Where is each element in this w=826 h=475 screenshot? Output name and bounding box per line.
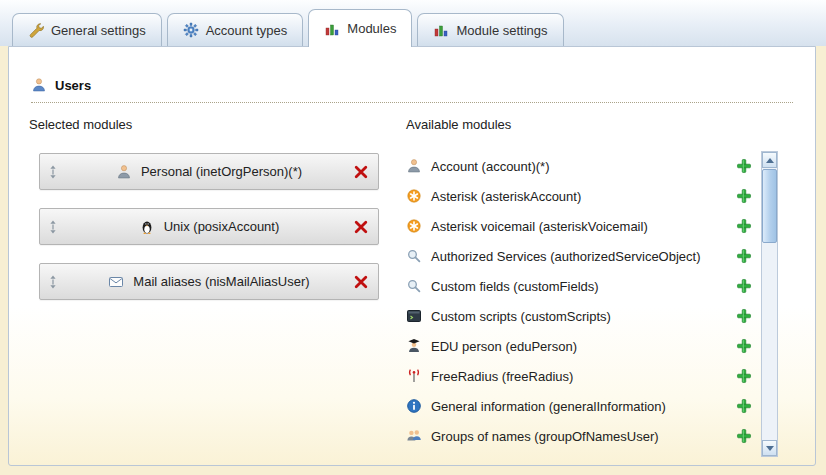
remove-module-button[interactable] <box>353 274 369 290</box>
available-modules-list: Account (account)(*)Asterisk (asteriskAc… <box>406 151 758 451</box>
edu-person-icon <box>406 338 422 354</box>
available-module-row: Authorized Services (authorizedServiceOb… <box>406 241 758 271</box>
modules-icon <box>324 21 340 37</box>
module-label: Mail aliases (nisMailAliasUser) <box>133 274 309 289</box>
selected-modules-heading: Selected modules <box>29 117 132 132</box>
scroll-down-button[interactable] <box>762 440 777 456</box>
available-modules-scrollbar[interactable] <box>761 151 778 457</box>
user-icon <box>31 77 47 93</box>
module-settings-icon <box>433 22 449 38</box>
asterisk-icon <box>406 218 422 234</box>
scroll-up-button[interactable] <box>762 152 777 168</box>
module-label: FreeRadius (freeRadius) <box>431 369 573 384</box>
module-label: Account (account)(*) <box>431 159 550 174</box>
freeradius-icon <box>406 368 422 384</box>
module-label: General information (generalInformation) <box>431 399 666 414</box>
magnifier-icon <box>406 278 422 294</box>
tab-general-settings[interactable]: General settings <box>12 13 162 46</box>
tab-modules[interactable]: Modules <box>308 9 412 47</box>
penguin-icon <box>139 219 155 235</box>
account-icon <box>406 158 422 174</box>
available-module-row: General information (generalInformation) <box>406 391 758 421</box>
tab-label: Module settings <box>456 23 547 38</box>
add-module-button[interactable] <box>736 158 752 174</box>
module-label: Unix (posixAccount) <box>164 219 280 234</box>
module-label: Groups of names (groupOfNamesUser) <box>431 429 659 444</box>
scroll-up-arrow-icon <box>766 158 774 163</box>
available-module-row: Groups of names (groupOfNamesUser) <box>406 421 758 451</box>
available-module-row: Asterisk (asteriskAccount) <box>406 181 758 211</box>
module-label: Personal (inetOrgPerson)(*) <box>141 164 302 179</box>
module-label: Custom fields (customFields) <box>431 279 599 294</box>
module-label: Asterisk voicemail (asteriskVoicemail) <box>431 219 648 234</box>
remove-module-button[interactable] <box>353 219 369 235</box>
available-module-row: Asterisk voicemail (asteriskVoicemail) <box>406 211 758 241</box>
add-module-button[interactable] <box>736 338 752 354</box>
modules-panel: Users Selected modules Available modules… <box>8 46 816 466</box>
module-label: Asterisk (asteriskAccount) <box>431 189 581 204</box>
selected-module-row: Unix (posixAccount) <box>39 208 379 245</box>
tab-account-types[interactable]: Account types <box>167 13 304 46</box>
tab-label: General settings <box>51 23 146 38</box>
available-module-row: Custom scripts (customScripts) <box>406 301 758 331</box>
info-icon <box>406 398 422 414</box>
module-label: Authorized Services (authorizedServiceOb… <box>431 249 701 264</box>
mail-icon <box>108 274 124 290</box>
module-label: EDU person (eduPerson) <box>431 339 577 354</box>
script-icon <box>406 308 422 324</box>
wrench-icon <box>28 22 44 38</box>
add-module-button[interactable] <box>736 218 752 234</box>
group-icon <box>406 428 422 444</box>
asterisk-icon <box>406 188 422 204</box>
tab-label: Modules <box>347 21 396 36</box>
drag-handle-icon[interactable] <box>45 274 61 290</box>
person-icon <box>116 164 132 180</box>
lam-configuration-window: General settingsAccount typesModulesModu… <box>0 0 826 475</box>
scrollbar-thumb[interactable] <box>762 169 777 243</box>
available-module-row: FreeRadius (freeRadius) <box>406 361 758 391</box>
gear-icon <box>183 22 199 38</box>
available-module-row: Account (account)(*) <box>406 151 758 181</box>
selected-modules-list: Personal (inetOrgPerson)(*)Unix (posixAc… <box>39 153 379 300</box>
available-modules-heading: Available modules <box>406 117 511 132</box>
selected-module-row: Personal (inetOrgPerson)(*) <box>39 153 379 190</box>
selected-module-row: Mail aliases (nisMailAliasUser) <box>39 263 379 300</box>
drag-handle-icon[interactable] <box>45 164 61 180</box>
available-module-row: Custom fields (customFields) <box>406 271 758 301</box>
section-title: Users <box>55 78 91 93</box>
scroll-down-arrow-icon <box>766 446 774 451</box>
tab-bar: General settingsAccount typesModulesModu… <box>0 0 826 46</box>
add-module-button[interactable] <box>736 428 752 444</box>
section-header: Users <box>31 77 793 103</box>
add-module-button[interactable] <box>736 368 752 384</box>
magnifier-icon <box>406 248 422 264</box>
add-module-button[interactable] <box>736 398 752 414</box>
tab-module-settings[interactable]: Module settings <box>417 13 563 46</box>
add-module-button[interactable] <box>736 248 752 264</box>
remove-module-button[interactable] <box>353 164 369 180</box>
drag-handle-icon[interactable] <box>45 219 61 235</box>
tab-label: Account types <box>206 23 288 38</box>
add-module-button[interactable] <box>736 308 752 324</box>
add-module-button[interactable] <box>736 278 752 294</box>
add-module-button[interactable] <box>736 188 752 204</box>
available-module-row: EDU person (eduPerson) <box>406 331 758 361</box>
module-label: Custom scripts (customScripts) <box>431 309 611 324</box>
